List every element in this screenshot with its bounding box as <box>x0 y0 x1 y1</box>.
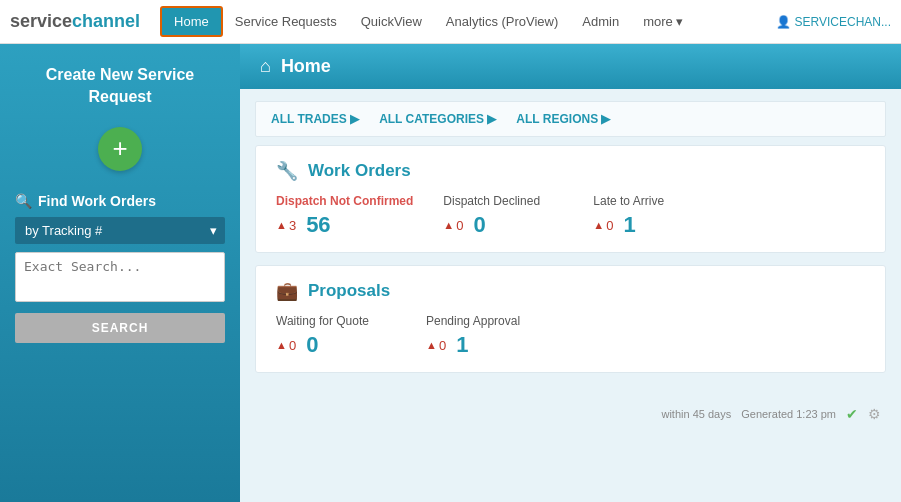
add-service-request-button[interactable]: + <box>98 127 142 171</box>
triangle-icon-2: ▲ <box>443 219 454 231</box>
nav-user[interactable]: 👤 SERVICECHAN... <box>776 15 891 29</box>
tracking-select-wrap: by Tracking # <box>15 217 225 244</box>
filter-all-regions[interactable]: ALL REGIONS ▶ <box>516 112 610 126</box>
stat-values-pending-approval: ▲ 0 1 <box>426 332 546 358</box>
user-icon: 👤 <box>776 15 791 29</box>
content-header: ⌂ Home <box>240 44 901 89</box>
main-num-late[interactable]: 1 <box>623 212 635 238</box>
briefcase-icon: 💼 <box>276 280 298 302</box>
stat-label-dispatch-declined: Dispatch Declined <box>443 194 563 208</box>
work-orders-card: 🔧 Work Orders Dispatch Not Confirmed ▲ 3… <box>255 145 886 253</box>
logo: servicechannel <box>10 11 140 32</box>
home-icon: ⌂ <box>260 56 271 77</box>
stat-warning-late-to-arrive: ▲ 0 <box>593 218 613 233</box>
nav-bar: servicechannel Home Service Requests Qui… <box>0 0 901 44</box>
user-label: SERVICECHAN... <box>795 15 891 29</box>
stat-dispatch-not-confirmed: Dispatch Not Confirmed ▲ 3 56 <box>276 194 413 238</box>
footer-text: within 45 days <box>661 408 731 420</box>
find-section: 🔍 Find Work Orders by Tracking # SEARCH <box>15 193 225 343</box>
filter-all-trades[interactable]: ALL TRADES ▶ <box>271 112 359 126</box>
stat-warning-pending-approval: ▲ 0 <box>426 338 446 353</box>
main-layout: Create New Service Request + 🔍 Find Work… <box>0 44 901 502</box>
find-title: 🔍 Find Work Orders <box>15 193 225 209</box>
stat-label-dispatch-not-confirmed: Dispatch Not Confirmed <box>276 194 413 208</box>
triangle-icon-4: ▲ <box>276 339 287 351</box>
checkmark-icon: ✔ <box>846 406 858 422</box>
work-orders-title: Work Orders <box>308 161 411 181</box>
logo-channel: channel <box>72 11 140 31</box>
stat-warning-dispatch-not-confirmed: ▲ 3 <box>276 218 296 233</box>
nav-home[interactable]: Home <box>160 6 223 37</box>
nav-items: Home Service Requests QuickView Analytic… <box>160 6 775 37</box>
footer-bar: within 45 days Generated 1:23 pm ✔ ⚙ <box>240 400 901 428</box>
tracking-select[interactable]: by Tracking # <box>15 217 225 244</box>
sidebar: Create New Service Request + 🔍 Find Work… <box>0 44 240 502</box>
sidebar-title: Create New Service Request <box>15 64 225 109</box>
stat-values-waiting-quote: ▲ 0 0 <box>276 332 396 358</box>
nav-more[interactable]: more ▾ <box>631 8 695 35</box>
warning-num-pending: 0 <box>439 338 446 353</box>
stat-waiting-quote: Waiting for Quote ▲ 0 0 <box>276 314 396 358</box>
search-button[interactable]: SEARCH <box>15 313 225 343</box>
stat-warning-dispatch-declined: ▲ 0 <box>443 218 463 233</box>
proposals-card: 💼 Proposals Waiting for Quote ▲ 0 0 <box>255 265 886 373</box>
nav-admin[interactable]: Admin <box>570 8 631 35</box>
gear-icon[interactable]: ⚙ <box>868 406 881 422</box>
warning-num-late: 0 <box>606 218 613 233</box>
content: ⌂ Home ALL TRADES ▶ ALL CATEGORIES ▶ ALL… <box>240 44 901 502</box>
nav-analytics[interactable]: Analytics (ProView) <box>434 8 570 35</box>
cards-area: 🔧 Work Orders Dispatch Not Confirmed ▲ 3… <box>240 145 901 400</box>
stat-late-to-arrive: Late to Arrive ▲ 0 1 <box>593 194 713 238</box>
proposals-stats: Waiting for Quote ▲ 0 0 Pending Approval <box>276 314 865 358</box>
triangle-icon-5: ▲ <box>426 339 437 351</box>
triangle-icon-3: ▲ <box>593 219 604 231</box>
stat-label-late-to-arrive: Late to Arrive <box>593 194 713 208</box>
stat-pending-approval: Pending Approval ▲ 0 1 <box>426 314 546 358</box>
work-orders-title-row: 🔧 Work Orders <box>276 160 865 182</box>
footer-generated: Generated 1:23 pm <box>741 408 836 420</box>
stat-values-dispatch-declined: ▲ 0 0 <box>443 212 563 238</box>
main-num-waiting[interactable]: 0 <box>306 332 318 358</box>
search-input-wrap <box>15 252 225 305</box>
filter-bar: ALL TRADES ▶ ALL CATEGORIES ▶ ALL REGION… <box>255 101 886 137</box>
work-orders-stats: Dispatch Not Confirmed ▲ 3 56 Dispatch D… <box>276 194 865 238</box>
page-title: Home <box>281 56 331 77</box>
wrench-icon: 🔧 <box>276 160 298 182</box>
triangle-icon: ▲ <box>276 219 287 231</box>
warning-num-declined: 0 <box>456 218 463 233</box>
warning-num-waiting: 0 <box>289 338 296 353</box>
stat-values-dispatch-not-confirmed: ▲ 3 56 <box>276 212 413 238</box>
nav-service-requests[interactable]: Service Requests <box>223 8 349 35</box>
proposals-title: Proposals <box>308 281 390 301</box>
search-icon: 🔍 <box>15 193 32 209</box>
stat-warning-waiting-quote: ▲ 0 <box>276 338 296 353</box>
main-num-pending[interactable]: 1 <box>456 332 468 358</box>
find-title-text: Find Work Orders <box>38 193 156 209</box>
stat-values-late-to-arrive: ▲ 0 1 <box>593 212 713 238</box>
filter-all-categories[interactable]: ALL CATEGORIES ▶ <box>379 112 496 126</box>
stat-label-waiting-quote: Waiting for Quote <box>276 314 396 328</box>
nav-quickview[interactable]: QuickView <box>349 8 434 35</box>
stat-label-pending-approval: Pending Approval <box>426 314 546 328</box>
warning-num-dispatch: 3 <box>289 218 296 233</box>
main-num-dispatch[interactable]: 56 <box>306 212 330 238</box>
search-input[interactable] <box>15 252 225 302</box>
logo-service: service <box>10 11 72 31</box>
stat-dispatch-declined: Dispatch Declined ▲ 0 0 <box>443 194 563 238</box>
proposals-title-row: 💼 Proposals <box>276 280 865 302</box>
main-num-declined[interactable]: 0 <box>473 212 485 238</box>
